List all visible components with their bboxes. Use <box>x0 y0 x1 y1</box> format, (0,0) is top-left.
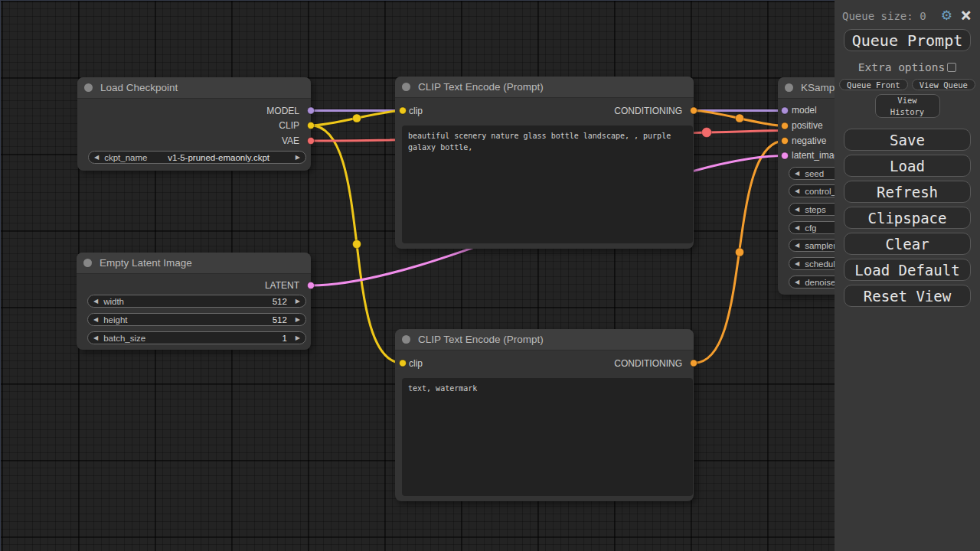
extra-options-label: Extra options <box>858 61 946 73</box>
save-button[interactable]: Save <box>844 129 971 151</box>
widget-label: cfg <box>805 223 816 233</box>
collapse-dot[interactable] <box>785 83 793 92</box>
widget-label: steps <box>805 205 826 214</box>
node-title: Load Checkpoint <box>100 82 178 93</box>
widget-right-arrow[interactable]: ▶ <box>290 152 305 163</box>
queue-size-label: Queue size: 0 <box>842 10 926 22</box>
view-queue-button[interactable]: View Queue <box>912 79 975 90</box>
load-default-button[interactable]: Load Default <box>844 259 971 281</box>
widget-label: ckpt_name <box>104 153 147 162</box>
input-label-negative: negative <box>792 135 826 146</box>
widget-label: width <box>103 297 124 306</box>
node-load-checkpoint[interactable]: Load Checkpoint MODEL CLIP VAE ◀ ckpt_na… <box>77 77 311 171</box>
queue-prompt-button[interactable]: Queue Prompt <box>844 29 971 51</box>
collapse-dot[interactable] <box>83 259 92 267</box>
widget-label: batch_size <box>103 334 145 343</box>
clipspace-button[interactable]: Clipspace <box>844 207 971 229</box>
widget-value: 512 <box>273 297 287 306</box>
widget-left-arrow[interactable]: ◀ <box>88 314 103 325</box>
output-label-vae: VAE <box>282 135 299 146</box>
input-label-model: model <box>792 105 817 116</box>
widget-left-arrow[interactable]: ◀ <box>88 332 103 344</box>
clear-button[interactable]: Clear <box>844 233 971 255</box>
reset-view-button[interactable]: Reset View <box>844 285 971 307</box>
node-empty-latent-image[interactable]: Empty Latent Image LATENT ◀ width 512 ▶ … <box>77 253 311 350</box>
comfy-menu: Queue size: 0 ⚙ × Queue Prompt Extra opt… <box>835 0 980 551</box>
widget-value: 1 <box>282 334 286 343</box>
input-label-positive: positive <box>792 120 823 131</box>
widget-batch-size[interactable]: ◀ batch_size 1 ▶ <box>87 331 306 344</box>
widget-left-arrow[interactable]: ◀ <box>789 168 805 179</box>
widget-left-arrow[interactable]: ◀ <box>89 152 104 163</box>
settings-gear-icon[interactable]: ⚙ <box>941 8 952 23</box>
output-label-latent: LATENT <box>265 280 299 291</box>
close-icon[interactable]: × <box>961 5 972 26</box>
widget-right-arrow[interactable]: ▶ <box>290 314 305 325</box>
collapse-dot[interactable] <box>402 335 410 344</box>
node-title: CLIP Text Encode (Prompt) <box>418 334 544 345</box>
widget-left-arrow[interactable]: ◀ <box>789 204 805 215</box>
node-clip-text-encode-positive[interactable]: CLIP Text Encode (Prompt) clip CONDITION… <box>395 77 694 249</box>
prompt-text-input[interactable]: beautiful scenery nature glass bottle la… <box>402 126 693 243</box>
widget-label: seed <box>805 169 824 178</box>
node-title-bar[interactable]: CLIP Text Encode (Prompt) <box>395 329 694 350</box>
output-label-model: MODEL <box>266 106 299 116</box>
widget-right-arrow[interactable]: ▶ <box>290 332 305 344</box>
input-label-clip: clip <box>409 358 423 369</box>
queue-front-button[interactable]: Queue Front <box>839 79 908 90</box>
widget-label: height <box>103 315 127 324</box>
node-title: CLIP Text Encode (Prompt) <box>418 81 544 93</box>
node-title: Empty Latent Image <box>100 257 192 269</box>
node-title-bar[interactable]: Load Checkpoint <box>77 77 311 99</box>
node-title-bar[interactable]: CLIP Text Encode (Prompt) <box>395 77 694 98</box>
node-clip-text-encode-negative[interactable]: CLIP Text Encode (Prompt) clip CONDITION… <box>395 329 694 501</box>
widget-height[interactable]: ◀ height 512 ▶ <box>87 313 306 326</box>
widget-left-arrow[interactable]: ◀ <box>88 295 103 307</box>
widget-value: v1-5-pruned-emaonly.ckpt <box>147 153 289 162</box>
collapse-dot[interactable] <box>402 83 410 91</box>
node-title-bar[interactable]: Empty Latent Image <box>77 253 311 274</box>
input-label-clip: clip <box>409 106 423 116</box>
load-button[interactable]: Load <box>844 155 971 177</box>
collapse-dot[interactable] <box>84 83 93 92</box>
widget-width[interactable]: ◀ width 512 ▶ <box>87 295 306 308</box>
widget-left-arrow[interactable]: ◀ <box>789 185 805 197</box>
prompt-text-input[interactable]: text, watermark <box>402 378 693 496</box>
output-label-clip: CLIP <box>279 120 299 131</box>
output-label-conditioning: CONDITIONING <box>614 106 682 116</box>
extra-options-checkbox[interactable] <box>947 63 956 72</box>
widget-label: denoise <box>805 278 835 287</box>
widget-left-arrow[interactable]: ◀ <box>789 240 805 251</box>
output-label-conditioning: CONDITIONING <box>614 358 682 369</box>
view-history-button[interactable]: View History <box>875 94 940 118</box>
widget-left-arrow[interactable]: ◀ <box>789 258 805 269</box>
widget-left-arrow[interactable]: ◀ <box>789 276 805 288</box>
widget-ckpt-name[interactable]: ◀ ckpt_name v1-5-pruned-emaonly.ckpt ▶ <box>88 151 306 164</box>
widget-right-arrow[interactable]: ▶ <box>290 295 305 307</box>
refresh-button[interactable]: Refresh <box>844 181 971 203</box>
widget-value: 512 <box>273 315 287 324</box>
widget-left-arrow[interactable]: ◀ <box>789 222 805 233</box>
